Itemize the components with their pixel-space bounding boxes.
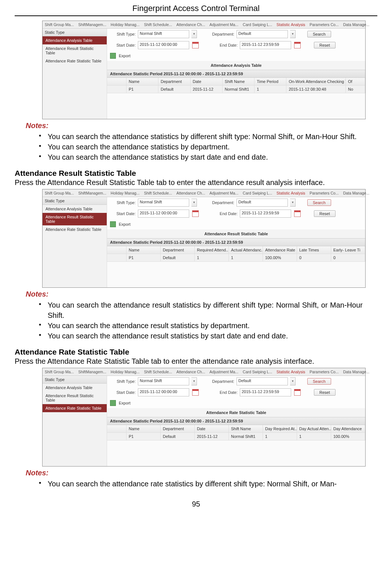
- chevron-down-icon[interactable]: ▾: [191, 30, 197, 38]
- col-department: Department: [161, 425, 195, 432]
- tab-shift-management[interactable]: ShiftManagem...: [76, 21, 108, 28]
- end-date-input[interactable]: 2015-11-12 23:59:59: [240, 210, 291, 218]
- shift-type-select[interactable]: Normal Shift: [138, 199, 189, 207]
- cell-required: 1: [195, 254, 229, 261]
- tab-shift-schedule[interactable]: Shift Schedule...: [142, 368, 174, 375]
- start-date-input[interactable]: 2015-11-12 00:00:00: [138, 41, 189, 49]
- tab-holiday[interactable]: Holiday Manag...: [109, 368, 142, 375]
- chevron-down-icon[interactable]: ▾: [191, 199, 197, 207]
- tab-parameters[interactable]: Parameters Co...: [307, 21, 341, 28]
- sidebar-header: Static Type: [43, 29, 107, 36]
- reset-button[interactable]: Reset: [314, 210, 336, 217]
- tab-card-swiping[interactable]: Card Swiping L...: [241, 368, 274, 375]
- sidebar-item-result[interactable]: Attendance Result Statistic Table: [43, 44, 107, 57]
- start-date-label: Start Date:: [110, 390, 136, 395]
- reset-button[interactable]: Reset: [314, 42, 336, 48]
- calendar-icon[interactable]: [192, 210, 199, 217]
- end-date-input[interactable]: 2015-11-12 23:59:59: [240, 41, 291, 49]
- tab-data-manage[interactable]: Data Manage...: [341, 21, 372, 28]
- note-item: You can search the attendance statistics…: [37, 142, 363, 152]
- chevron-down-icon[interactable]: ▾: [290, 199, 296, 207]
- department-select[interactable]: Default: [237, 30, 288, 38]
- tab-attendance-ch[interactable]: Attendance Ch...: [174, 368, 207, 375]
- sidebar-item-analysis[interactable]: Attendance Analysis Table: [43, 384, 107, 392]
- cell-name: P1: [127, 86, 158, 93]
- tab-card-swiping[interactable]: Card Swiping L...: [241, 21, 274, 28]
- tab-holiday[interactable]: Holiday Manag...: [109, 189, 142, 197]
- tab-shift-group[interactable]: Shift Group Ma...: [43, 21, 76, 28]
- calendar-icon[interactable]: [294, 210, 301, 217]
- start-date-input[interactable]: 2015-11-12 00:00:00: [138, 388, 189, 396]
- tab-attendance-ch[interactable]: Attendance Ch...: [174, 189, 207, 197]
- col-shift-name: Shift Name: [229, 425, 263, 432]
- tab-adjustment[interactable]: Adjustment Ma...: [207, 189, 241, 197]
- search-button[interactable]: Search: [307, 378, 331, 385]
- tab-data-manage[interactable]: Data Manage...: [341, 368, 372, 375]
- sidebar-item-analysis[interactable]: Attendance Analysis Table: [43, 36, 107, 44]
- tab-parameters[interactable]: Parameters Co...: [307, 368, 341, 375]
- table-header-row: Name Department Date Shift Name Time Per…: [107, 78, 365, 86]
- tab-statistic-analysis[interactable]: Statistic Analysis: [274, 368, 307, 375]
- export-button[interactable]: Export: [117, 400, 132, 406]
- export-button[interactable]: Export: [117, 221, 132, 227]
- col-day-required: Day Required At...: [263, 425, 297, 432]
- tab-card-swiping[interactable]: Card Swiping L...: [241, 189, 274, 197]
- tab-statistic-analysis[interactable]: Statistic Analysis: [274, 189, 307, 197]
- table-header-row: Name Department Date Shift Name Day Requ…: [107, 425, 365, 433]
- table-row[interactable]: P1 Default 2015-11-12 Normal Shift1 1 1 …: [107, 433, 365, 440]
- col-name: Name: [127, 78, 158, 85]
- export-icon: [110, 221, 116, 227]
- tab-holiday[interactable]: Holiday Manag...: [109, 21, 142, 28]
- export-button[interactable]: Export: [117, 53, 132, 59]
- sidebar-item-rate[interactable]: Attendance Rate Statistic Table: [43, 404, 107, 412]
- department-select[interactable]: Default: [237, 377, 288, 385]
- table-row[interactable]: P1 Default 1 1 100.00% 0 0: [107, 254, 365, 262]
- notes-heading: Notes:: [26, 290, 377, 298]
- sidebar-item-result[interactable]: Attendance Result Statistic Table: [43, 213, 107, 225]
- shift-type-select[interactable]: Normal Shift: [138, 377, 189, 385]
- reset-button[interactable]: Reset: [314, 389, 336, 396]
- end-date-input[interactable]: 2015-11-12 23:59:59: [240, 388, 291, 396]
- cell-date: 2015-11-12: [195, 433, 229, 440]
- sidebar-item-analysis[interactable]: Attendance Analysis Table: [43, 205, 107, 213]
- cell-onwork-time: 2015-11-12 08:30:48: [286, 86, 346, 93]
- tab-shift-management[interactable]: ShiftManagem...: [76, 189, 108, 197]
- calendar-icon[interactable]: [294, 389, 301, 396]
- chevron-down-icon[interactable]: ▾: [290, 30, 296, 38]
- calendar-icon[interactable]: [192, 389, 199, 396]
- tab-adjustment[interactable]: Adjustment Ma...: [207, 21, 241, 28]
- tab-parameters[interactable]: Parameters Co...: [307, 189, 341, 197]
- tab-shift-group[interactable]: Shift Group Ma...: [43, 189, 76, 197]
- col-department: Department: [158, 78, 190, 85]
- department-select[interactable]: Default: [237, 199, 288, 207]
- period-header: Attendance Statistic Period 2015-11-12 0…: [107, 417, 365, 425]
- tab-shift-management[interactable]: ShiftManagem...: [76, 368, 108, 375]
- tab-adjustment[interactable]: Adjustment Ma...: [207, 368, 241, 375]
- tab-shift-schedule[interactable]: Shift Schedule...: [142, 21, 174, 28]
- col-time-period: Time Period: [254, 78, 286, 85]
- sidebar: Static Type Attendance Analysis Table At…: [43, 197, 107, 287]
- sidebar-item-result[interactable]: Attendance Result Statistic Table: [43, 392, 107, 404]
- tab-shift-group[interactable]: Shift Group Ma...: [43, 368, 76, 375]
- calendar-icon[interactable]: [294, 42, 301, 48]
- doc-header: Fingerprint Access Control Terminal: [15, 4, 377, 16]
- shift-type-label: Shift Type:: [110, 200, 136, 205]
- chevron-down-icon[interactable]: ▾: [191, 377, 197, 385]
- tab-statistic-analysis[interactable]: Statistic Analysis: [274, 21, 307, 28]
- cell-actual: 1: [229, 254, 263, 261]
- sidebar-item-rate[interactable]: Attendance Rate Statistic Table: [43, 225, 107, 233]
- sidebar-item-rate[interactable]: Attendance Rate Statistic Table: [43, 57, 107, 65]
- shift-type-select[interactable]: Normal Shift: [138, 30, 189, 38]
- tab-shift-schedule[interactable]: Shift Schedule...: [142, 189, 174, 197]
- chevron-down-icon[interactable]: ▾: [290, 377, 296, 385]
- search-button[interactable]: Search: [307, 31, 331, 37]
- tab-attendance-ch[interactable]: Attendance Ch...: [174, 21, 207, 28]
- cell-name: P1: [127, 433, 161, 440]
- table-row[interactable]: P1 Default 2015-11-12 Normal Shift1 1 20…: [107, 86, 365, 93]
- start-date-input[interactable]: 2015-11-12 00:00:00: [138, 210, 189, 218]
- search-button[interactable]: Search: [307, 199, 331, 206]
- section-heading: Attendance Rate Statistic Table: [15, 348, 377, 356]
- calendar-icon[interactable]: [192, 42, 199, 48]
- tab-data-manage[interactable]: Data Manage...: [341, 189, 372, 197]
- cell-of: No: [346, 86, 365, 93]
